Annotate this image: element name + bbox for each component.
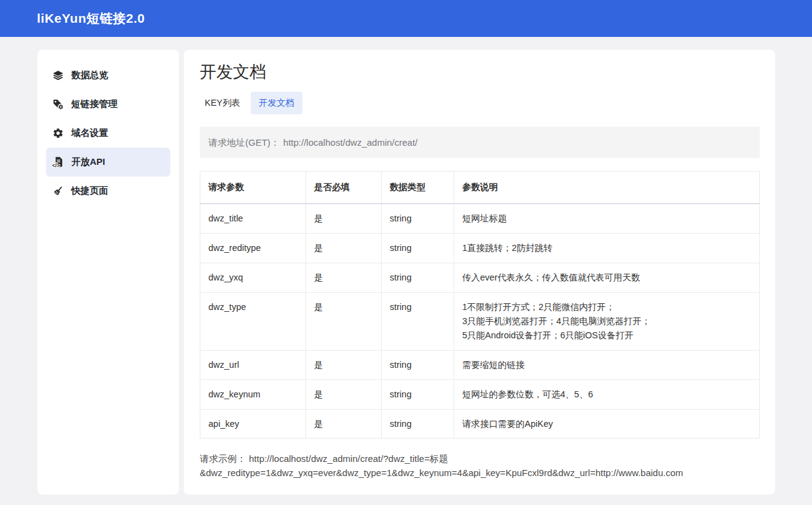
page-title: 开发文档 [200, 62, 760, 82]
param-required: 是 [306, 234, 382, 263]
sidebar-item-label: 快捷页面 [71, 185, 108, 197]
request-url-box: 请求地址(GET)：http://localhost/dwz_admin/cre… [200, 127, 760, 158]
tab-bar: KEY列表 开发文档 [197, 92, 760, 114]
file-code-icon: </> [52, 156, 64, 169]
param-name: dwz_keynum [200, 380, 306, 409]
table-row: dwz_reditype 是 string 1直接跳转；2防封跳转 [200, 234, 760, 263]
request-url-value: http://localhost/dwz_admin/creat/ [283, 137, 417, 148]
sidebar-item-data-overview[interactable]: 数据总览 [46, 61, 170, 90]
request-example-value: http://localhost/dwz_admin/creat/?dwz_ti… [200, 453, 683, 478]
param-name: dwz_reditype [200, 234, 306, 263]
column-header: 是否必填 [306, 172, 382, 204]
request-example-label: 请求示例： [200, 453, 246, 464]
sidebar-item-label: 域名设置 [71, 127, 108, 139]
layers-icon [52, 70, 64, 82]
param-name: dwz_yxq [200, 263, 306, 293]
param-required: 是 [306, 380, 382, 409]
table-header-row: 请求参数 是否必填 数据类型 参数说明 [200, 172, 760, 204]
tag-gear-icon [52, 98, 64, 111]
sidebar-item-label: 开放API [71, 156, 105, 168]
param-type: string [382, 380, 454, 409]
table-row: dwz_url 是 string 需要缩短的链接 [200, 350, 760, 380]
tab-dev-docs[interactable]: 开发文档 [251, 92, 302, 114]
param-type: string [382, 234, 454, 263]
sidebar-item-quick-pages[interactable]: 快捷页面 [46, 177, 170, 205]
sidebar-item-domain-settings[interactable]: 域名设置 [46, 119, 170, 148]
main-panel: 开发文档 KEY列表 开发文档 请求地址(GET)：http://localho… [184, 50, 775, 495]
param-description: 传入ever代表永久；传入数值就代表可用天数 [454, 263, 760, 293]
param-type: string [382, 204, 454, 233]
param-required: 是 [306, 204, 382, 233]
column-header: 数据类型 [382, 172, 454, 204]
column-header: 参数说明 [454, 172, 760, 204]
param-required: 是 [306, 350, 382, 380]
param-name: dwz_title [200, 204, 306, 233]
request-url-label: 请求地址(GET)： [208, 137, 280, 148]
table-row: dwz_title 是 string 短网址标题 [200, 204, 760, 233]
param-description: 请求接口需要的ApiKey [454, 409, 760, 439]
param-description: 需要缩短的链接 [454, 350, 760, 380]
table-row: dwz_type 是 string 1不限制打开方式；2只能微信内打开； 3只能… [200, 293, 760, 351]
app-logo: liKeYun短链接2.0 [37, 10, 145, 27]
svg-text:</>: </> [52, 162, 60, 168]
param-name: dwz_type [200, 293, 306, 351]
param-type: string [382, 409, 454, 439]
sidebar-item-label: 数据总览 [71, 70, 108, 81]
sidebar: 数据总览 短链接管理 域名设置 [37, 50, 179, 495]
param-description: 短网址的参数位数，可选4、5、6 [454, 380, 760, 409]
params-table: 请求参数 是否必填 数据类型 参数说明 dwz_title 是 string 短… [200, 171, 760, 439]
table-row: dwz_yxq 是 string 传入ever代表永久；传入数值就代表可用天数 [200, 263, 760, 293]
gear-icon [52, 127, 64, 140]
table-row: api_key 是 string 请求接口需要的ApiKey [200, 409, 760, 439]
table-row: dwz_keynum 是 string 短网址的参数位数，可选4、5、6 [200, 380, 760, 409]
param-required: 是 [306, 293, 382, 351]
param-type: string [382, 350, 454, 380]
sidebar-item-label: 短链接管理 [71, 98, 117, 110]
page-body: 数据总览 短链接管理 域名设置 [0, 37, 812, 505]
param-description: 短网址标题 [454, 204, 760, 233]
param-required: 是 [306, 409, 382, 439]
sidebar-item-shortlink-manage[interactable]: 短链接管理 [46, 90, 170, 119]
param-type: string [382, 293, 454, 351]
tab-key-list[interactable]: KEY列表 [197, 92, 248, 114]
param-name: dwz_url [200, 350, 306, 380]
app-header: liKeYun短链接2.0 [0, 0, 812, 37]
request-example: 请求示例：http://localhost/dwz_admin/creat/?d… [200, 451, 760, 480]
param-description: 1不限制打开方式；2只能微信内打开； 3只能手机浏览器打开；4只能电脑浏览器打开… [454, 293, 760, 351]
param-type: string [382, 263, 454, 293]
param-required: 是 [306, 263, 382, 293]
sidebar-item-open-api[interactable]: </> 开放API [46, 148, 170, 177]
param-description: 1直接跳转；2防封跳转 [454, 234, 760, 263]
column-header: 请求参数 [200, 172, 306, 204]
broom-icon [52, 185, 64, 197]
param-name: api_key [200, 409, 306, 439]
